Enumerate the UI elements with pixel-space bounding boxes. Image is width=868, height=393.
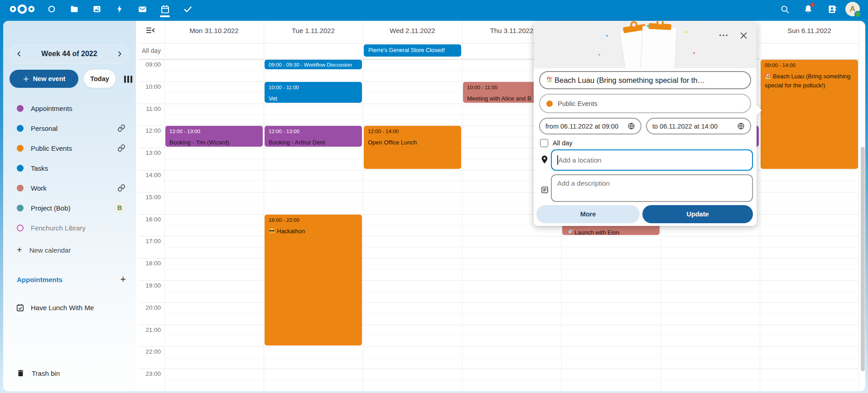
photos-icon xyxy=(92,5,101,14)
active-app-indicator xyxy=(160,15,170,17)
location-placeholder: Add a location xyxy=(559,156,602,164)
end-datetime-value: to 06.11.2022 at 14:00 xyxy=(652,123,718,130)
calendar-item-label: Public Events xyxy=(31,144,72,152)
mail-icon xyxy=(138,5,147,14)
app-button-photos[interactable] xyxy=(87,0,107,18)
event[interactable]: 09:00 - 09:30 - Workflow Discussion xyxy=(265,60,362,69)
event[interactable]: 12:00 - 13:00Booking - Arthur Dent xyxy=(265,126,362,147)
event[interactable]: 12:00 - 14:00Open Office Lunch xyxy=(364,126,461,169)
timezone-globe-icon[interactable] xyxy=(737,122,745,130)
more-button[interactable]: More xyxy=(536,205,640,223)
event-time: 10:00 - 11:00 xyxy=(269,84,358,91)
day-header-0: Mon 31.10.2022 xyxy=(164,27,264,37)
appointment-item[interactable]: Have Lunch With Me xyxy=(8,298,132,317)
clipboard-graphic xyxy=(640,26,677,68)
contacts-button[interactable] xyxy=(822,0,842,18)
calendar-settings-button[interactable]: Calendar settings xyxy=(9,388,135,391)
start-datetime-value: from 06.11.2022 at 09:00 xyxy=(545,123,618,130)
calendar-color-dot xyxy=(17,185,24,192)
time-label: 21:00 xyxy=(139,326,161,333)
app-button-dashboard[interactable] xyxy=(42,0,62,18)
calendar-item-work[interactable]: Work xyxy=(8,178,132,198)
start-datetime-input[interactable]: from 06.11.2022 at 09:00 xyxy=(539,118,641,134)
day-header-1: Tue 1.11.2022 xyxy=(264,27,363,37)
view-switcher-button[interactable] xyxy=(122,74,135,84)
location-input[interactable]: Add a location xyxy=(551,149,753,171)
update-button-label: Update xyxy=(686,211,709,218)
new-event-button[interactable]: New event xyxy=(10,70,78,88)
nextcloud-logo[interactable] xyxy=(8,3,36,15)
notifications-button[interactable] xyxy=(798,0,818,18)
end-datetime-input[interactable]: to 06.11.2022 at 14:00 xyxy=(646,118,751,134)
plus-icon: + xyxy=(17,245,22,255)
calendar-item-personal[interactable]: Personal xyxy=(8,118,132,138)
add-appointment-config-button[interactable]: + xyxy=(120,273,126,285)
new-calendar-button[interactable]: + New calendar xyxy=(8,240,132,260)
calendar-item-tasks[interactable]: Tasks xyxy=(8,158,132,178)
today-button[interactable]: Today xyxy=(84,70,116,88)
event-title: Vet xyxy=(269,95,277,102)
event-editor-popup: Beach Luau (Bring something special for … xyxy=(534,21,757,226)
trash-bin-button[interactable]: Trash bin xyxy=(8,364,132,383)
hour-line xyxy=(139,258,859,259)
allday-event[interactable]: Pierre's General Store Closed! xyxy=(364,44,461,57)
avatar[interactable]: A xyxy=(845,2,860,16)
half-hour-line xyxy=(164,380,859,380)
calendar-item-appointments[interactable]: Appointments xyxy=(8,98,132,118)
time-label: 16:00 xyxy=(139,216,161,223)
calendar-item-project-bob-[interactable]: Project (Bob)B xyxy=(8,198,132,218)
event-time: 12:00 - 13:00 xyxy=(169,128,259,134)
search-button[interactable] xyxy=(775,0,795,18)
time-label: 14:00 xyxy=(139,172,161,178)
app-button-mail[interactable] xyxy=(132,0,152,18)
allday-checkbox-label: All day xyxy=(553,139,573,147)
actions-menu-button[interactable] xyxy=(716,28,731,43)
day-header-6: Sun 6.11.2022 xyxy=(760,27,859,37)
shared-link-icon[interactable] xyxy=(117,144,125,152)
description-textarea[interactable]: Add a description xyxy=(551,174,753,202)
calendar-color-dot xyxy=(17,225,24,231)
appointment-item-label: Have Lunch With Me xyxy=(31,304,94,312)
event-time: 12:00 - 13:00 xyxy=(269,128,358,134)
rocket-emoji xyxy=(566,229,573,235)
collapse-allday-button[interactable] xyxy=(146,27,156,36)
event-title: Meeting with Alice and B xyxy=(467,95,531,102)
previous-week-button[interactable] xyxy=(10,44,29,63)
time-label: 10:00 xyxy=(139,83,161,90)
event-title-input[interactable]: Beach Luau (Bring something special for … xyxy=(539,71,751,89)
app-button-activity[interactable] xyxy=(110,0,130,18)
event[interactable]: 10:00 - 11:00Vet xyxy=(265,82,362,103)
shared-link-icon[interactable] xyxy=(117,184,125,192)
beach-umbrella-emoji xyxy=(546,76,553,84)
tasks-icon xyxy=(183,5,193,14)
calendar-item-fenchurch-library[interactable]: Fenchurch Library xyxy=(8,218,132,238)
calendar-color-dot xyxy=(17,205,24,211)
calendar-color-dot xyxy=(17,145,24,152)
time-label: 17:00 xyxy=(139,238,161,244)
trash-bin-label: Trash bin xyxy=(32,369,60,377)
shared-link-icon[interactable] xyxy=(117,124,125,132)
allday-toggle[interactable]: All day xyxy=(540,139,573,147)
close-button[interactable] xyxy=(736,28,751,43)
time-label: 22:00 xyxy=(139,348,161,355)
hour-line xyxy=(139,302,859,303)
update-button[interactable]: Update xyxy=(642,205,753,223)
app-button-files[interactable] xyxy=(64,0,84,18)
calendar-item-public-events[interactable]: Public Events xyxy=(8,138,132,158)
event[interactable]: 09:00 - 14:00Beach Luau (Bring something… xyxy=(761,60,858,169)
time-label: 23:00 xyxy=(139,370,161,377)
app-button-calendar[interactable] xyxy=(155,0,175,18)
allday-checkbox[interactable] xyxy=(540,139,548,147)
event[interactable]: 16:00 - 22:00Hackathon xyxy=(265,215,362,346)
timezone-globe-icon[interactable] xyxy=(627,122,635,130)
event[interactable]: 12:00 - 13:00Booking - Tim (Wizard) xyxy=(165,126,263,147)
calendar-item-label: Personal xyxy=(31,125,58,132)
time-label: 19:00 xyxy=(139,282,161,289)
vertical-scrollbar-thumb[interactable] xyxy=(861,147,865,371)
app-button-tasks[interactable] xyxy=(178,0,198,18)
calendar-item-label: Project (Bob) xyxy=(31,204,71,212)
next-week-button[interactable] xyxy=(110,44,129,63)
calendar-select[interactable]: Public Events xyxy=(539,94,751,113)
event-time: 12:00 - 14:00 xyxy=(368,128,457,134)
today-label: Today xyxy=(90,75,109,82)
